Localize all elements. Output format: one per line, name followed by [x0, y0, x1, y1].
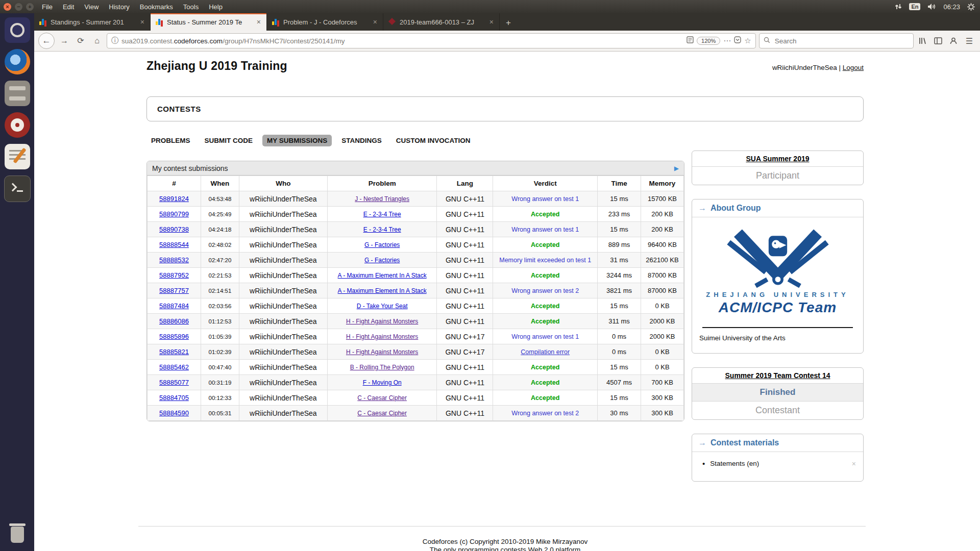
search-input[interactable]	[774, 37, 909, 45]
problem-link[interactable]: G - Factories	[364, 257, 400, 264]
browser-tab-3[interactable]: Problem - J - Codeforces×	[267, 13, 383, 31]
problem-link[interactable]: J - Nested Triangles	[355, 195, 409, 203]
nav-problems[interactable]: PROBLEMS	[146, 135, 195, 146]
submission-id-link[interactable]: 58887757	[159, 287, 189, 294]
submission-id-link[interactable]: 58884590	[159, 409, 189, 417]
problem-link[interactable]: H - Fight Against Monsters	[346, 348, 418, 356]
browser-tab-2[interactable]: Status - Summer 2019 Te×	[151, 13, 267, 31]
reload-button[interactable]: ⟳	[74, 34, 87, 47]
submission-id-link[interactable]: 58891824	[159, 195, 189, 203]
nav-my-submissions[interactable]: MY SUBMISSIONS	[262, 135, 332, 146]
account-icon[interactable]	[947, 37, 960, 45]
user-area: wRiichiUnderTheSea | Logout	[772, 64, 864, 71]
language: GNU C++11	[446, 287, 484, 295]
submission-id-link[interactable]: 58885821	[159, 348, 189, 356]
problem-link[interactable]: H - Fight Against Monsters	[346, 318, 418, 325]
contests-banner[interactable]: CONTESTS	[146, 96, 864, 121]
window-maximize-icon[interactable]: +	[26, 3, 34, 11]
submission-id-link[interactable]: 58885077	[159, 379, 189, 386]
files-icon[interactable]	[5, 81, 30, 106]
submission-id-link[interactable]: 58890799	[159, 210, 189, 218]
menu-edit[interactable]: Edit	[63, 3, 74, 11]
reader-mode-icon[interactable]	[687, 36, 694, 45]
group-contest-link[interactable]: SUA Summer 2019	[746, 155, 810, 163]
problem-link[interactable]: F - Moving On	[363, 379, 402, 386]
current-contest-link[interactable]: Summer 2019 Team Contest 14	[725, 371, 830, 380]
about-group-link[interactable]: About Group	[710, 204, 761, 212]
problem-link[interactable]: A - Maximum Element In A Stack	[338, 272, 427, 279]
tab-close-icon[interactable]: ×	[139, 18, 145, 26]
submission-id-link[interactable]: 58887484	[159, 302, 189, 310]
expand-arrow-icon[interactable]: ▶	[674, 165, 679, 172]
menu-view[interactable]: View	[84, 3, 99, 11]
zoom-indicator[interactable]: 120%	[697, 37, 720, 45]
tab-close-icon[interactable]: ×	[372, 18, 378, 26]
url-bar[interactable]: ⓘ sua2019.contest.codeforces.com/group/H…	[107, 33, 756, 48]
submission-id-link[interactable]: 58888544	[159, 241, 189, 248]
window-minimize-icon[interactable]: −	[15, 3, 22, 11]
verdict-compilation-error-link[interactable]: Compilation error	[521, 348, 570, 356]
dismiss-icon[interactable]: ×	[852, 460, 856, 468]
ubuntu-dash-icon[interactable]	[5, 17, 30, 43]
terminal-icon[interactable]	[4, 176, 31, 202]
trash-icon[interactable]	[5, 519, 30, 545]
problem-link[interactable]: D - Take Your Seat	[357, 303, 408, 310]
bookmark-star-icon[interactable]: ☆	[744, 36, 751, 45]
problem-link[interactable]: H - Fight Against Monsters	[346, 333, 418, 340]
problem-link[interactable]: G - Factories	[364, 241, 400, 248]
problem-link[interactable]: E - 2-3-4 Tree	[363, 226, 401, 233]
menu-bookmarks[interactable]: Bookmarks	[140, 3, 173, 11]
menu-history[interactable]: History	[109, 3, 129, 11]
keyboard-layout-indicator[interactable]: En	[909, 3, 920, 10]
network-icon[interactable]	[895, 3, 902, 10]
problem-link[interactable]: A - Maximum Element In A Stack	[338, 287, 427, 294]
firefox-icon[interactable]	[5, 49, 30, 74]
volume-icon[interactable]	[927, 3, 936, 10]
library-icon[interactable]	[917, 37, 929, 45]
software-center-icon[interactable]	[5, 112, 30, 138]
browser-tab-1[interactable]: Standings - Summer 201×	[34, 13, 151, 31]
session-gear-icon[interactable]	[967, 3, 975, 11]
sidebars-icon[interactable]	[932, 37, 944, 45]
user-handle-link[interactable]: wRiichiUnderTheSea	[772, 64, 837, 71]
tab-close-icon[interactable]: ×	[488, 18, 495, 26]
materials-link[interactable]: Contest materials	[710, 438, 779, 447]
submission-row: 5889073804:24:18wRiichiUnderTheSeaE - 2-…	[148, 222, 684, 237]
browser-tab-4[interactable]: 2019-team666-0013 – ZJ×	[383, 13, 500, 31]
nav-submit-code[interactable]: SUBMIT CODE	[200, 135, 258, 146]
back-button[interactable]: ←	[38, 33, 55, 49]
menu-help[interactable]: Help	[209, 3, 223, 11]
problem-link[interactable]: C - Caesar Cipher	[357, 410, 407, 417]
window-controls: × − +	[4, 3, 34, 11]
problem-link[interactable]: C - Caesar Cipher	[357, 394, 407, 402]
search-box[interactable]	[759, 33, 914, 48]
submission-id-link[interactable]: 58885896	[159, 333, 189, 340]
problem-link[interactable]: E - 2-3-4 Tree	[363, 211, 401, 218]
logout-link[interactable]: Logout	[843, 64, 864, 71]
nav-standings[interactable]: STANDINGS	[337, 135, 386, 146]
page-actions-icon[interactable]: ⋯	[723, 36, 731, 45]
memory-used: 2000 KB	[650, 333, 675, 340]
submission-id-link[interactable]: 58885462	[159, 363, 189, 371]
submission-id-link[interactable]: 58890738	[159, 226, 189, 233]
clock[interactable]: 06:23	[943, 3, 960, 11]
problem-link[interactable]: B - Rolling The Polygon	[350, 364, 414, 371]
text-editor-icon[interactable]	[5, 144, 30, 169]
new-tab-button[interactable]: +	[500, 15, 517, 31]
menu-tools[interactable]: Tools	[183, 3, 199, 11]
pocket-icon[interactable]	[734, 36, 741, 45]
submission-id-link[interactable]: 58884705	[159, 394, 189, 402]
submission-id-link[interactable]: 58887952	[159, 271, 189, 279]
language: GNU C++11	[446, 226, 484, 234]
forward-button[interactable]: →	[58, 34, 71, 47]
tab-close-icon[interactable]: ×	[256, 18, 262, 26]
nav-custom-invocation[interactable]: CUSTOM INVOCATION	[391, 135, 475, 146]
window-close-icon[interactable]: ×	[4, 3, 11, 11]
menu-hamburger-icon[interactable]: ☰	[963, 36, 976, 46]
home-button[interactable]: ⌂	[90, 34, 104, 47]
submission-id-link[interactable]: 58886086	[159, 317, 189, 325]
menu-file[interactable]: File	[42, 3, 53, 11]
submission-id-link[interactable]: 58888532	[159, 256, 189, 264]
statements-link[interactable]: Statements (en)	[710, 460, 759, 467]
site-info-icon[interactable]: ⓘ	[111, 36, 118, 45]
